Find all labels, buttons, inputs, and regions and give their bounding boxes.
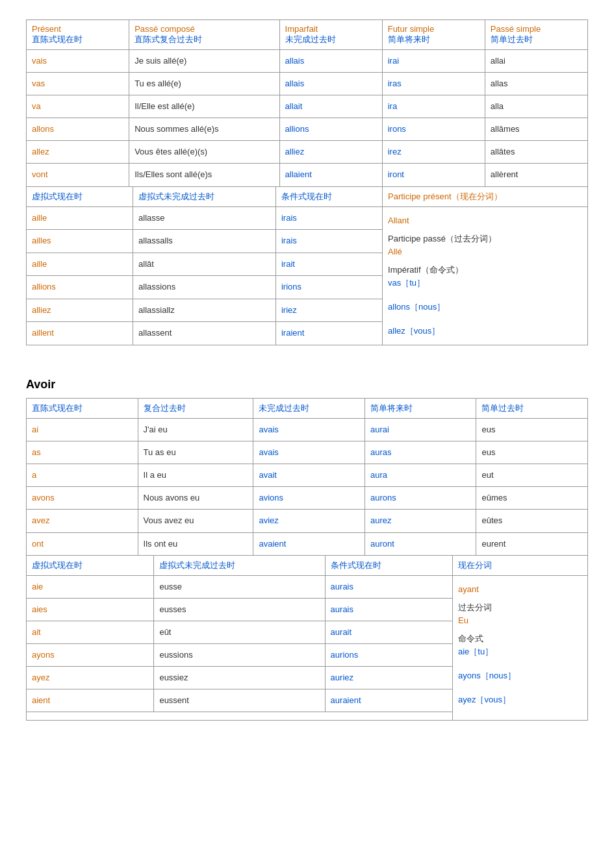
avoir-cond-label: 条件式现在时 [331,560,381,570]
table-row: aille allasse irais Allant Participe pas… [27,206,588,230]
verb-cell: eussions [159,648,319,662]
table-row: avez Vous avez eu aviez aurez eûtes [27,510,588,532]
verb-cell: allâmes [491,122,582,136]
header-cell-8: 条件式现在时 [275,186,382,206]
verb-cell: ayez [32,671,148,685]
avoir-h2: 复合过去时 [144,403,186,413]
aller-table2: 虚拟式现在时 虚拟式未完成过去时 条件式现在时 Participe présen… [26,186,588,345]
part-header: Participe présent（现在分词） [388,192,502,201]
verb-cell: allions [32,280,127,294]
verb-cell: ai [32,423,133,437]
verb-cell: aillent [32,326,127,340]
imperatif-label: Impératif（命令式） [388,265,463,275]
avoir-h5: 简单过去时 [481,403,524,413]
table-row: as Tu as eu avais auras eus [27,441,588,464]
avoir-h4: 简单将来时 [370,403,413,413]
verb-cell: Vous avez eu [144,514,248,528]
aller-section: Présent 直陈式现在时 Passé composé 直陈式复合过去时 Im… [26,19,588,345]
verb-cell: auriez [331,671,447,685]
verb-cell: va [32,99,123,114]
verb-cell: Ils ont eu [144,537,248,551]
avoir-part-passe-block: 过去分词 Eu [458,599,582,630]
header-cell-6: 虚拟式现在时 [27,186,133,206]
verb-cell: aie [32,580,148,594]
avoir-part-header: 现在分词 [453,555,588,575]
header-row2: 虚拟式现在时 虚拟式未完成过去时 条件式现在时 Participe présen… [27,186,588,206]
avoir-imperatif-tu: aie［tu］ [458,645,582,659]
verb-cell: Tu es allé(e) [134,77,274,91]
verb-cell: Nous sommes allé(e)s [134,122,274,136]
verb-cell: allait [285,99,377,114]
verb-cell: Il/Elle est allé(e) [134,99,274,114]
avoir-header-2: 复合过去时 [138,399,253,419]
header-chinese-1: 直陈式现在时 [32,34,83,44]
aller-table1: Présent 直陈式现在时 Passé composé 直陈式复合过去时 Im… [26,19,588,187]
verb-cell: aurez [370,514,471,528]
header-french-2: Passé composé [134,24,195,34]
verb-cell: eussiez [159,671,319,685]
table-row: a Il a eu avait aura eut [27,464,588,487]
table-row: allez Vous êtes allé(e)(s) alliez irez a… [27,141,588,164]
verb-cell: allèrent [491,167,582,182]
subjimp-header: 虚拟式未完成过去时 [138,192,214,201]
verb-cell: aviez [259,514,359,528]
verb-cell: aurons [370,491,471,505]
avoir-imperatif-block: 命令式 aie［tu］ ayons［nous］ ayez［vous］ [458,630,582,710]
verb-cell: avions [259,491,359,505]
verb-cell: Vous êtes allé(e)(s) [134,145,274,159]
verb-cell: irais [281,234,377,248]
verb-cell: iraient [281,326,377,340]
verb-cell: eurent [481,537,582,551]
verb-cell: auras [370,445,471,460]
verb-cell: aura [370,468,471,482]
verb-cell: auront [370,537,471,551]
verb-cell: irai [388,54,480,68]
verb-cell: alliez [285,145,377,159]
verb-cell: aies [32,602,148,617]
avoir-h3: 未完成过去时 [259,403,309,413]
verb-cell: eus [481,445,582,460]
verb-cell: aille [32,257,127,271]
header-cell-5: Passé simple 简单过去时 [485,20,587,50]
avoir-imperatif-nous: ayons［nous］ [458,669,582,683]
avoir-imperatif-vous: ayez［vous］ [458,693,582,707]
avoir-header-5: 简单过去时 [476,399,588,419]
avoir-part-passe-value: Eu [458,614,582,628]
header-cell-7: 虚拟式未完成过去时 [133,186,276,206]
verb-cell: aurait [331,625,447,639]
avoir-h1: 直陈式现在时 [32,403,83,413]
verb-cell: Il a eu [144,468,248,482]
verb-cell: allai [491,54,582,68]
avoir-subjimp-header: 虚拟式未完成过去时 [154,555,325,575]
verb-cell: iras [388,77,480,91]
header-french-4: Futur simple [388,24,435,34]
verb-cell: avaient [259,537,359,551]
verb-cell: vais [32,54,123,68]
verb-cell: auraient [331,693,447,708]
verb-cell: Tu as eu [144,445,248,460]
participe-present-value: Allant [388,214,582,228]
avoir-table2: 虚拟式现在时 虚拟式未完成过去时 条件式现在时 现在分词 aie eusse a… [26,555,588,721]
verb-cell: allions [285,122,377,136]
verb-cell: aille [32,211,127,225]
verb-cell: aurais [331,580,447,594]
avoir-table1: 直陈式现在时 复合过去时 未完成过去时 简单将来时 简单过去时 ai J'ai … [26,398,588,556]
verb-cell: allât [138,257,270,271]
header-cell-4: Futur simple 简单将来时 [382,20,485,50]
avoir-part-passe-label: 过去分词 [458,602,492,612]
header-row: Présent 直陈式现在时 Passé composé 直陈式复合过去时 Im… [27,20,588,50]
avoir-subj-header: 虚拟式现在时 [27,555,154,575]
imperatif-vous: allez［vous］ [388,324,582,338]
verb-cell: allaient [285,167,377,182]
verb-cell: avez [32,514,133,528]
verb-cell: allasse [138,211,270,225]
participe-passe-value: Allé [388,245,582,259]
verb-cell: allez [32,145,123,159]
verb-cell: vont [32,167,123,182]
avoir-part-present-block: ayant [458,580,582,599]
avoir-subj-label: 虚拟式现在时 [32,560,83,570]
avoir-header-4: 简单将来时 [365,399,476,419]
verb-cell: eusse [159,580,319,594]
verb-cell: ont [32,537,133,551]
header-chinese-2: 直陈式复合过去时 [134,34,202,44]
